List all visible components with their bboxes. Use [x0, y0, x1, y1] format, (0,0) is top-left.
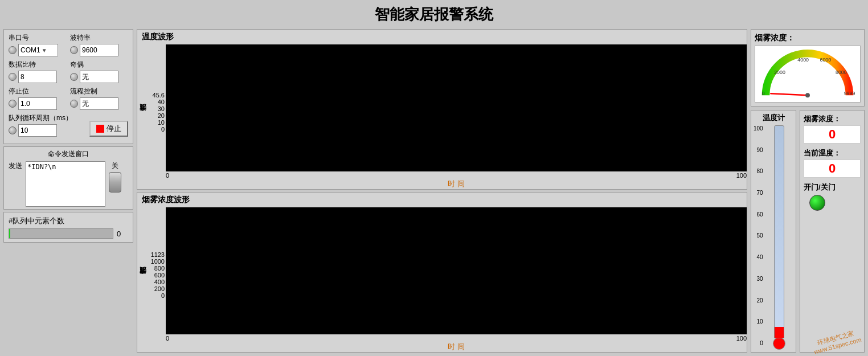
com-select[interactable]: COM1 ▼ — [18, 44, 58, 56]
right-panel: 烟雾浓度： 0 — [751, 29, 865, 353]
serial-label: 串口号 — [9, 33, 67, 43]
thermo-20: 20 — [757, 297, 763, 304]
cmd-title: 命令发送窗口 — [9, 149, 128, 159]
temp-y-10: 10 — [158, 119, 165, 126]
smoke-x-ticks: 0 100 — [166, 334, 747, 342]
baud-knob-icon — [70, 46, 78, 54]
queue-count-title: #队列中元素个数 — [9, 216, 128, 226]
temp-chart-container: 温度波形 温度幅度 45.6 40 30 20 10 0 — [137, 29, 747, 190]
smoke-x-label: 时 间 — [166, 342, 747, 352]
svg-text:4000: 4000 — [797, 57, 809, 63]
gauge-svg: 0 2000 4000 6000 8000 9999 — [755, 46, 860, 102]
com-dropdown-arrow-icon: ▼ — [42, 47, 47, 54]
smoke-y-axis-wrapper: 烟雾浓度幅度 1123 1000 800 600 400 200 0 — [137, 207, 166, 352]
temp-y-axis: 45.6 40 30 20 10 0 — [150, 91, 166, 143]
smoke-y-200: 200 — [154, 285, 165, 292]
door-title: 开门/关门 — [804, 182, 836, 193]
thermo-tube-wrapper — [765, 125, 793, 350]
smoke-value-title: 烟雾浓度： — [804, 114, 861, 124]
temp-value: 0 — [804, 159, 861, 178]
thermo-fill — [775, 327, 784, 338]
smoke-chart-title: 烟雾浓度波形 — [137, 193, 747, 207]
queue-period-knob-icon — [9, 126, 17, 134]
queue-period-label: 队列循环周期（ms） — [9, 113, 86, 123]
thermo-80: 80 — [757, 168, 763, 174]
temp-x-axis-area: 0 100 时 间 — [166, 171, 747, 189]
stopbits-knob-icon — [9, 100, 17, 108]
parity-label: 奇偶 — [70, 60, 128, 69]
thermo-bulb — [773, 337, 785, 350]
temp-chart-plot — [166, 44, 747, 171]
door-section: 开门/关门 — [804, 182, 861, 211]
smoke-y-1000: 1000 — [151, 258, 165, 265]
smoke-x-0: 0 — [166, 335, 169, 342]
cmd-textarea[interactable]: *IDN?\n — [26, 161, 105, 207]
stopbits-label: 停止位 — [9, 87, 67, 96]
smoke-y-400: 400 — [154, 279, 165, 285]
temp-value-title: 当前温度： — [804, 148, 861, 158]
smoke-chart-plot — [166, 207, 747, 334]
databits-label: 数据比特 — [9, 60, 67, 69]
door-indicator — [809, 195, 825, 211]
parity-input[interactable] — [80, 71, 118, 83]
svg-text:9999: 9999 — [844, 91, 855, 96]
thermo-30: 30 — [757, 276, 763, 282]
thermo-90: 90 — [757, 147, 763, 153]
queue-bar-fill — [9, 229, 10, 238]
parity-knob-icon — [70, 73, 78, 81]
baud-label: 波特率 — [70, 33, 128, 43]
smoke-y-1123: 1123 — [151, 251, 165, 258]
temp-y-45: 45.6 — [153, 92, 165, 99]
bottom-sections: 温度计 100 90 80 70 60 50 40 30 20 10 0 — [751, 110, 865, 353]
temp-x-label: 时 间 — [166, 179, 747, 189]
svg-line-6 — [771, 93, 808, 95]
temp-y-axis-wrapper: 温度幅度 45.6 40 30 20 10 0 — [137, 44, 166, 189]
baud-input[interactable] — [80, 44, 118, 56]
queue-period-input[interactable] — [18, 124, 57, 137]
queue-bar — [9, 228, 113, 239]
stop-label: 停止 — [107, 124, 121, 134]
close-knob[interactable] — [109, 172, 121, 193]
center-panel: 温度波形 温度幅度 45.6 40 30 20 10 0 — [137, 29, 747, 353]
left-panel: 串口号 COM1 ▼ 波特率 — [3, 29, 133, 353]
temp-y-20: 20 — [158, 112, 165, 119]
databits-knob-icon — [9, 73, 17, 81]
svg-text:2000: 2000 — [774, 69, 785, 75]
temp-y-40: 40 — [158, 99, 165, 105]
smoke-x-axis-area: 0 100 时 间 — [166, 334, 747, 352]
temp-y-0: 0 — [161, 126, 165, 133]
temp-y-30: 30 — [158, 105, 165, 112]
thermo-100: 100 — [754, 125, 763, 132]
thermo-50: 50 — [757, 232, 763, 239]
svg-text:8000: 8000 — [836, 69, 847, 75]
temp-x-100: 100 — [736, 172, 747, 179]
temp-chart-plot-wrapper: 0 100 时 间 — [166, 44, 747, 189]
page-title: 智能家居报警系统 — [0, 0, 868, 27]
thermo-scale: 100 90 80 70 60 50 40 30 20 10 0 — [754, 125, 763, 350]
temp-x-ticks: 0 100 — [166, 171, 747, 179]
gauge-container: 0 2000 4000 6000 8000 9999 — [755, 46, 861, 103]
serial-config-section: 串口号 COM1 ▼ 波特率 — [3, 29, 133, 144]
smoke-y-600: 600 — [154, 272, 165, 279]
right-info-section: 烟雾浓度： 0 当前温度： 0 开门/关门 — [800, 110, 865, 353]
flowctrl-input[interactable] — [80, 97, 118, 110]
stop-icon — [96, 125, 104, 133]
thermo-60: 60 — [757, 211, 763, 218]
stop-button[interactable]: 停止 — [89, 121, 128, 137]
thermo-wrapper: 100 90 80 70 60 50 40 30 20 10 0 — [754, 125, 793, 350]
smoke-gauge-section: 烟雾浓度： 0 — [751, 29, 865, 107]
stopbits-input[interactable] — [18, 97, 57, 110]
smoke-value: 0 — [804, 125, 861, 144]
smoke-x-100: 100 — [736, 335, 747, 342]
temp-value-section: 当前温度： 0 — [804, 148, 861, 178]
queue-count-section: #队列中元素个数 0 — [3, 212, 133, 243]
thermo-tube — [774, 125, 784, 338]
smoke-y-axis: 1123 1000 800 600 400 200 0 — [150, 250, 166, 309]
databits-input[interactable] — [18, 71, 57, 83]
temp-x-0: 0 — [166, 172, 169, 179]
smoke-gauge-title: 烟雾浓度： — [755, 33, 861, 43]
smoke-chart-container: 烟雾浓度波形 烟雾浓度幅度 1123 1000 800 600 400 200 … — [137, 192, 747, 353]
thermo-10: 10 — [757, 318, 763, 325]
svg-point-7 — [805, 93, 810, 97]
smoke-chart-plot-wrapper: 0 100 时 间 — [166, 207, 747, 352]
